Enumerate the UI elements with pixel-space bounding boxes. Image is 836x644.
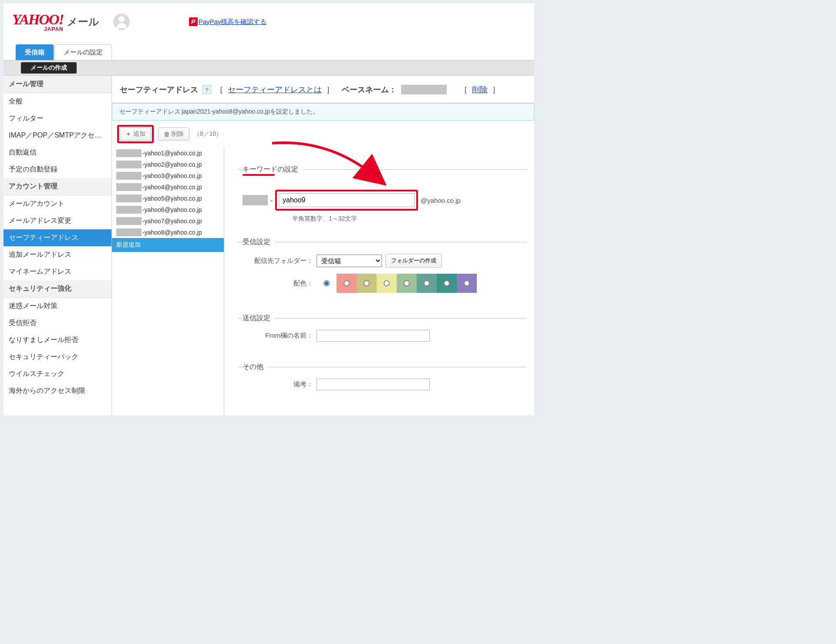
- address-text: -yahoo2@yahoo.co.jp: [142, 161, 202, 168]
- radio-icon: [364, 280, 370, 286]
- tab-inbox[interactable]: 受信箱: [16, 44, 54, 60]
- address-text: -yahoo6@yahoo.co.jp: [142, 206, 202, 213]
- delete-button-label: 削除: [172, 130, 184, 138]
- create-folder-button[interactable]: フォルダーの作成: [385, 254, 442, 268]
- compose-button[interactable]: メールの作成: [21, 62, 77, 74]
- add-button[interactable]: ＋ 追加: [120, 127, 151, 141]
- keyword-legend: キーワードの設定: [243, 165, 303, 174]
- basename-redacted: [401, 85, 447, 94]
- sidebar-item-overseas-access[interactable]: 海外からのアクセス制限: [3, 382, 111, 399]
- address-text: -yahoo4@yahoo.co.jp: [142, 184, 202, 191]
- sidebar-item-security-pack[interactable]: セキュリティーパック: [3, 349, 111, 366]
- color-swatch[interactable]: [357, 274, 377, 293]
- prefix-redacted: [116, 183, 142, 191]
- sidebar-item-general[interactable]: 全般: [3, 93, 111, 110]
- address-row[interactable]: -yahoo5@yahoo.co.jp: [112, 193, 224, 204]
- yahoo-logo[interactable]: YAHOO! JAPAN: [12, 11, 64, 32]
- destination-folder-label: 配信先フォルダー：: [243, 257, 317, 265]
- sidebar-header-mail-mgmt: メール管理: [3, 76, 111, 93]
- annotation-underline: [243, 174, 275, 176]
- prefix-redacted: [116, 161, 142, 168]
- address-row-new[interactable]: 新規追加: [112, 238, 224, 252]
- sidebar-item-imap[interactable]: IMAP／POP／SMTPアクセスと…: [3, 127, 111, 144]
- color-swatch[interactable]: [317, 274, 337, 293]
- prefix-redacted: [116, 217, 142, 225]
- receive-settings-legend: 受信設定: [243, 238, 275, 247]
- plus-icon: ＋: [125, 130, 131, 138]
- color-swatch[interactable]: [397, 274, 417, 293]
- address-row[interactable]: -yahoo1@yahoo.co.jp: [112, 148, 224, 159]
- sidebar-header-account: アカウント管理: [3, 178, 111, 195]
- prefix-redacted: [116, 195, 142, 202]
- radio-icon: [384, 280, 390, 286]
- sidebar-item-filter[interactable]: フィルター: [3, 110, 111, 127]
- address-row[interactable]: -yahoo2@yahoo.co.jp: [112, 159, 224, 170]
- from-name-label: From欄の名前：: [243, 332, 317, 340]
- radio-icon: [464, 280, 470, 286]
- address-text: -yahoo1@yahoo.co.jp: [142, 150, 202, 157]
- add-button-label: 追加: [133, 130, 145, 138]
- sidebar-item-additional-address[interactable]: 追加メールアドレス: [3, 246, 111, 263]
- sidebar-item-block[interactable]: 受信拒否: [3, 315, 111, 332]
- bracket-open-2: ［: [460, 84, 468, 95]
- address-row[interactable]: -yahoo4@yahoo.co.jp: [112, 181, 224, 193]
- color-swatch[interactable]: [437, 274, 457, 293]
- sidebar-item-myname-address[interactable]: マイネームアドレス: [3, 263, 111, 280]
- sidebar-item-spam[interactable]: 迷惑メール対策: [3, 298, 111, 315]
- paypay-balance-link[interactable]: PayPay残高を確認する: [199, 18, 267, 26]
- color-swatch-row: [317, 274, 477, 293]
- color-swatch[interactable]: [337, 274, 357, 293]
- radio-icon: [404, 280, 410, 286]
- trash-icon: 🗑: [164, 131, 170, 138]
- sidebar-item-mail-account[interactable]: メールアカウント: [3, 195, 111, 212]
- sidebar-item-virus[interactable]: ウイルスチェック: [3, 366, 111, 382]
- tab-mail-settings[interactable]: メールの設定: [54, 44, 112, 60]
- keyword-input[interactable]: [279, 193, 415, 207]
- address-text: -yahoo7@yahoo.co.jp: [142, 218, 202, 225]
- color-swatch[interactable]: [417, 274, 437, 293]
- note-label: 備考：: [243, 380, 317, 389]
- username-redacted: [134, 17, 186, 27]
- prefix-redacted: [116, 228, 142, 236]
- delete-basename-link[interactable]: 削除: [472, 84, 488, 95]
- address-row[interactable]: -yahoo3@yahoo.co.jp: [112, 170, 224, 181]
- dash: -: [270, 197, 273, 204]
- sidebar-item-autoreply[interactable]: 自動返信: [3, 144, 111, 161]
- color-swatch[interactable]: [377, 274, 397, 293]
- from-name-input[interactable]: [317, 330, 430, 342]
- address-row[interactable]: -yahoo7@yahoo.co.jp: [112, 215, 224, 227]
- domain-suffix: @yahoo.co.jp: [421, 197, 461, 204]
- other-legend: その他: [243, 362, 268, 372]
- address-list: -yahoo1@yahoo.co.jp -yahoo2@yahoo.co.jp …: [112, 148, 224, 416]
- color-swatch[interactable]: [457, 274, 477, 293]
- address-text: -yahoo3@yahoo.co.jp: [142, 172, 202, 179]
- address-text: -yahoo8@yahoo.co.jp: [142, 229, 202, 236]
- sidebar-item-safety-address[interactable]: セーフティーアドレス: [3, 229, 111, 246]
- prefix-redacted: [116, 206, 142, 214]
- sidebar-item-change-address[interactable]: メールアドレス変更: [3, 212, 111, 229]
- keyword-legend-text: キーワードの設定: [243, 165, 298, 173]
- radio-icon: [444, 280, 450, 286]
- bracket-open: ［: [216, 84, 223, 95]
- radio-icon: [424, 280, 430, 286]
- address-row[interactable]: -yahoo6@yahoo.co.jp: [112, 204, 224, 215]
- avatar-icon[interactable]: [113, 13, 130, 30]
- sidebar-item-spoofing[interactable]: なりすましメール拒否: [3, 332, 111, 349]
- bracket-close: ］: [326, 84, 334, 95]
- help-icon[interactable]: ?: [202, 85, 211, 94]
- keyword-prefix-redacted: [243, 195, 268, 205]
- paypay-icon: P: [189, 17, 198, 26]
- address-row[interactable]: -yahoo8@yahoo.co.jp: [112, 227, 224, 238]
- address-counter: （8／10）: [194, 130, 222, 138]
- sidebar-item-schedule[interactable]: 予定の自動登録: [3, 161, 111, 178]
- color-label: 配色：: [243, 279, 317, 288]
- safety-address-title: セーフティーアドレス: [120, 84, 198, 95]
- what-is-safety-address-link[interactable]: セーフティーアドレスとは: [228, 84, 322, 95]
- prefix-redacted: [116, 172, 142, 180]
- note-input[interactable]: [317, 379, 430, 390]
- bracket-close-2: ］: [492, 84, 500, 95]
- delete-button[interactable]: 🗑 削除: [158, 127, 189, 141]
- address-text: -yahoo5@yahoo.co.jp: [142, 195, 202, 202]
- basename-label: ベースネーム：: [342, 84, 397, 95]
- destination-folder-select[interactable]: 受信箱: [317, 255, 382, 267]
